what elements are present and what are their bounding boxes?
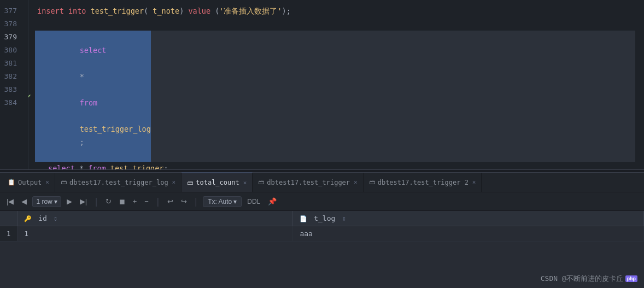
prev-row-button[interactable]: ◀	[19, 196, 29, 207]
tab-trigger-log[interactable]: 🗃 dbtest17.test_trigger_log ×	[55, 173, 182, 192]
col-tlog-sort[interactable]: ⇕	[342, 214, 346, 222]
semicolon-log: ;	[80, 138, 84, 146]
pin-button[interactable]: 📌	[266, 196, 279, 207]
col-id-label: id	[38, 214, 47, 222]
code-line-378	[37, 17, 635, 31]
keyword-into: into	[68, 4, 91, 17]
row-count-chevron: ▾	[54, 198, 57, 205]
keyword-value: value	[188, 4, 215, 17]
table-row: 1 1 aaa	[0, 226, 644, 242]
ddl-label: DDL	[247, 198, 260, 205]
tab-test-trigger2-label: dbtest17.test_trigger 2	[378, 179, 469, 186]
cell-tlog-value: aaa	[300, 230, 312, 238]
row-count-label: 1 row	[36, 198, 52, 205]
tab-test-trigger2[interactable]: 🗃 dbtest17.test_trigger 2 ×	[364, 173, 482, 192]
tab-test-trigger[interactable]: 🗃 dbtest17.test_trigger ×	[253, 173, 363, 192]
tab-output[interactable]: 📋 Output ×	[2, 173, 55, 192]
line-num-377: 377	[0, 4, 21, 17]
col-name: t_note	[153, 4, 179, 17]
line-num-384: 384	[0, 96, 21, 109]
tab-test-trigger2-close[interactable]: ×	[472, 179, 476, 186]
sep3: |	[194, 196, 199, 207]
selected-code: select * from test_trigger_log ;	[35, 31, 150, 162]
keyword-from-trigger: from	[88, 162, 106, 169]
line-num-383: 383	[0, 83, 21, 96]
toolbar: |◀ ◀ 1 row ▾ ▶ ▶| | ↻ ◼ + − | ↩ ↪ | Tx: …	[0, 192, 644, 211]
undo-button[interactable]: ↩	[165, 196, 175, 207]
tab-test-trigger-label: dbtest17.test_trigger	[267, 179, 350, 186]
col-id-icon: 🔑	[24, 215, 32, 222]
sep1: |	[93, 196, 99, 207]
test-trigger-tab-icon: 🗃	[258, 179, 264, 186]
keyword-select-log: select	[80, 46, 107, 55]
add-row-button[interactable]: +	[131, 196, 139, 207]
tab-total-count[interactable]: 🗃 total_count ×	[182, 173, 253, 192]
col-header-tlog: 📄 t_log ⇕	[293, 211, 644, 226]
refresh-button[interactable]: ↻	[103, 196, 114, 207]
delete-row-button[interactable]: −	[142, 196, 151, 207]
col-header-id: 🔑 id ⇕	[17, 211, 293, 226]
row-count-display[interactable]: 1 row ▾	[32, 196, 61, 207]
first-row-button[interactable]: |◀	[4, 196, 16, 207]
line-num-381: 381	[0, 57, 21, 70]
code-paren-open2: (	[215, 4, 219, 17]
star: *	[80, 72, 84, 81]
table-trigger: test_trigger	[110, 162, 164, 169]
semicolon-trigger: ;	[163, 162, 168, 169]
space1	[80, 59, 84, 68]
tab-trigger-log-close[interactable]: ×	[172, 179, 176, 186]
last-row-button[interactable]: ▶|	[78, 196, 89, 207]
sep2: |	[155, 196, 161, 207]
line-num-378: 378	[0, 17, 21, 31]
line-numbers: 377 378 379 380 381 382 383 384	[0, 0, 28, 169]
row-num-1: 1	[0, 226, 17, 242]
redo-button[interactable]: ↪	[179, 196, 189, 207]
code-content[interactable]: insert into test_trigger ( t_note ) valu…	[28, 0, 644, 169]
ddl-button[interactable]: DDL	[245, 197, 262, 207]
test-trigger2-tab-icon: 🗃	[369, 179, 375, 186]
table-trigger-log: test_trigger_log	[80, 125, 151, 133]
php-badge: php	[625, 275, 637, 282]
tab-output-label: Output	[18, 179, 42, 186]
code-line-377: insert into test_trigger ( t_note ) valu…	[37, 4, 635, 17]
star-trigger: *	[79, 162, 84, 169]
row-num-header	[0, 211, 17, 226]
table-name-trigger: test_trigger	[91, 4, 144, 17]
watermark-text: CSDN @不断前进的皮卡丘	[541, 274, 623, 284]
space3	[80, 111, 84, 120]
tx-label: Tx: Auto	[208, 198, 232, 205]
col-id-sort[interactable]: ⇕	[54, 214, 58, 222]
table-header-row: 🔑 id ⇕ 📄 t_log ⇕	[0, 211, 644, 226]
code-parens: (	[144, 4, 153, 17]
cell-tlog-1[interactable]: aaa	[293, 226, 644, 242]
stop-button[interactable]: ◼	[117, 196, 127, 207]
tab-trigger-log-label: dbtest17.test_trigger_log	[69, 179, 168, 186]
output-tab-icon: 📋	[8, 179, 15, 186]
cell-id-1[interactable]: 1	[17, 226, 293, 242]
tab-output-close[interactable]: ×	[45, 179, 49, 186]
line-num-379: 379	[0, 31, 21, 44]
editor-area: 377 378 379 380 381 382 383 384 insert i…	[0, 0, 644, 169]
string-value: '准备插入数据了'	[219, 4, 282, 17]
tx-chevron: ▾	[233, 198, 237, 205]
next-row-button[interactable]: ▶	[65, 196, 74, 207]
watermark: CSDN @不断前进的皮卡丘 php	[541, 274, 637, 284]
checkmark-icon: ✔	[28, 90, 31, 103]
code-line-379: ✔ select * from test_trigger_log ;	[37, 31, 635, 162]
space2	[80, 85, 84, 94]
tab-test-trigger-close[interactable]: ×	[354, 179, 358, 186]
line-num-382: 382	[0, 70, 21, 83]
code-line-380: select * from test_trigger ;	[37, 162, 635, 169]
code-paren-close: )	[179, 4, 188, 17]
col-tlog-icon: 📄	[300, 215, 307, 222]
total-count-tab-icon: 🗃	[187, 179, 193, 186]
tab-total-count-label: total_count	[196, 179, 239, 186]
results-table: 🔑 id ⇕ 📄 t_log ⇕ 1	[0, 211, 644, 242]
keyword-from-log: from	[80, 98, 98, 107]
tab-total-count-close[interactable]: ×	[243, 179, 247, 186]
trigger-log-tab-icon: 🗃	[61, 179, 67, 186]
tx-button[interactable]: Tx: Auto ▾	[203, 196, 242, 207]
keyword-select-trigger: select	[48, 162, 75, 169]
app-container: 377 378 379 380 381 382 383 384 insert i…	[0, 0, 644, 288]
line-num-380: 380	[0, 44, 21, 57]
